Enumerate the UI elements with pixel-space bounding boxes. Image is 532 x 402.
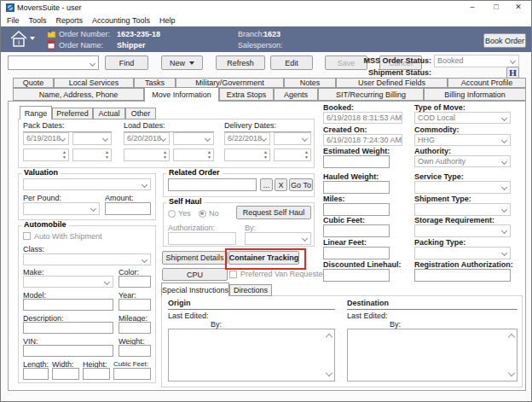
refresh-button[interactable]: Refresh xyxy=(216,55,265,70)
self-haul-no-radio[interactable] xyxy=(199,210,206,218)
shipment-details-button[interactable]: Shipment Details xyxy=(162,251,228,265)
length-field[interactable] xyxy=(23,368,49,380)
preferred-van-checkbox[interactable] xyxy=(229,271,237,278)
make-select[interactable] xyxy=(23,276,113,288)
tab-user-defined-fields[interactable]: User Defined Fields xyxy=(336,78,448,88)
delivery-time-start-spinner[interactable]: ▲▼ xyxy=(224,149,270,161)
delivery-date-start-select[interactable]: 6/22/2018 xyxy=(224,132,270,145)
scroll-down-icon[interactable] xyxy=(326,370,332,376)
load-date-end-select[interactable] xyxy=(173,132,214,145)
cubic-feet-right-field[interactable] xyxy=(323,224,390,237)
scroll-up-icon[interactable] xyxy=(326,334,332,341)
load-time-end-spinner[interactable]: ▲▼ xyxy=(173,149,214,161)
tab-quote[interactable]: Quote xyxy=(13,78,54,88)
auto-with-shipment-checkbox[interactable] xyxy=(23,232,31,240)
pack-time-start-spinner[interactable]: ▲▼ xyxy=(23,149,69,161)
pack-date-end-select[interactable] xyxy=(72,132,112,145)
class-select[interactable] xyxy=(23,253,151,265)
width-field[interactable] xyxy=(52,368,79,380)
menu-help[interactable]: Help xyxy=(159,16,176,25)
color-field[interactable] xyxy=(119,276,151,288)
delivery-time-end-spinner[interactable]: ▲▼ xyxy=(274,149,311,161)
subtab-actual[interactable]: Actual xyxy=(93,108,125,119)
tab-billing-information[interactable]: Billing Information xyxy=(424,88,526,101)
per-pound-select[interactable] xyxy=(23,202,100,215)
valuation-select[interactable] xyxy=(23,178,151,190)
related-order-field[interactable] xyxy=(168,178,257,191)
self-haul-yes-radio[interactable] xyxy=(168,210,176,218)
mileage-field[interactable] xyxy=(119,322,151,334)
mss-order-status-select[interactable]: Booked xyxy=(434,55,519,67)
close-icon[interactable]: ✕ xyxy=(509,2,528,13)
load-time-start-spinner[interactable]: ▲▼ xyxy=(124,149,170,161)
load-date-start-select[interactable]: 6/20/2018 xyxy=(124,132,170,145)
minimize-icon[interactable]: – xyxy=(463,2,482,13)
destination-instructions-textarea[interactable] xyxy=(347,329,518,382)
estimated-weight-field[interactable] xyxy=(323,155,390,168)
auto-with-shipment-label: Auto With Shipment xyxy=(34,232,102,241)
authority-label: Authority: xyxy=(414,147,451,155)
packing-type-label: Packing Type: xyxy=(414,238,466,247)
miles-field[interactable] xyxy=(323,203,390,216)
new-button[interactable]: New xyxy=(161,55,203,70)
order-number-value: 1623-235-18 xyxy=(117,30,160,38)
tab-move-information[interactable]: Move Information xyxy=(144,87,219,102)
home-icon[interactable]: i xyxy=(9,30,38,49)
tab-notes[interactable]: Notes xyxy=(284,78,336,88)
request-self-haul-button[interactable]: Request Self Haul xyxy=(236,206,311,219)
shipment-type-select[interactable] xyxy=(414,203,511,216)
menu-reports[interactable]: Reports xyxy=(56,16,84,25)
book-order-button[interactable]: Book Order xyxy=(483,33,526,48)
height-field[interactable] xyxy=(83,368,110,380)
menu-tools[interactable]: Tools xyxy=(29,16,47,25)
delivery-date-end-select[interactable] xyxy=(274,132,311,145)
packing-type-select[interactable] xyxy=(414,247,511,259)
container-tracking-button[interactable]: Container Tracking xyxy=(228,251,299,265)
scroll-down-icon[interactable] xyxy=(508,370,515,376)
type-of-move-select[interactable]: COD Local xyxy=(414,112,511,124)
edit-button[interactable]: Edit xyxy=(270,55,313,70)
tab-directions[interactable]: Directions xyxy=(229,284,272,296)
commodity-select[interactable]: HHG xyxy=(414,134,511,146)
subtab-range[interactable]: Range xyxy=(20,106,52,119)
pack-time-end-spinner[interactable]: ▲▼ xyxy=(72,149,112,161)
registration-authorization-field[interactable] xyxy=(414,269,511,282)
model-field[interactable] xyxy=(23,299,113,311)
authorization-field[interactable] xyxy=(168,232,236,245)
tab-name-address-phone[interactable]: Name, Address, Phone xyxy=(13,88,144,101)
tab-special-instructions[interactable]: Special Instructions xyxy=(161,283,229,296)
tab-local-services[interactable]: Local Services xyxy=(54,78,134,88)
related-order-browse-button[interactable]: ... xyxy=(260,178,273,191)
subtab-preferred[interactable]: Preferred xyxy=(52,108,93,119)
cpu-button[interactable]: CPU xyxy=(162,268,228,281)
discounted-linehaul-field[interactable] xyxy=(323,269,390,282)
amount-field[interactable] xyxy=(105,202,151,215)
tab-agents[interactable]: Agents xyxy=(274,88,318,101)
maximize-icon[interactable]: □ xyxy=(487,2,506,13)
history-button[interactable]: H xyxy=(506,67,519,79)
origin-instructions-textarea[interactable] xyxy=(168,329,335,382)
service-type-select[interactable] xyxy=(414,181,511,194)
description-field[interactable] xyxy=(23,322,113,334)
by-select[interactable] xyxy=(245,232,311,245)
tab-extra-stops[interactable]: Extra Stops xyxy=(219,88,274,101)
related-order-clear-button[interactable]: X xyxy=(275,178,287,191)
authority-select[interactable]: Own Authority xyxy=(414,155,511,167)
vin-field[interactable] xyxy=(23,345,113,357)
storage-requirement-select[interactable] xyxy=(414,224,511,237)
pack-date-start-select[interactable]: 6/19/2018 xyxy=(23,132,69,145)
search-combobox[interactable] xyxy=(8,55,99,70)
linear-feet-field[interactable] xyxy=(323,247,390,259)
tab-sit-recurring-billing[interactable]: SIT/Recurring Billing xyxy=(318,88,424,101)
scroll-up-icon[interactable] xyxy=(508,334,515,341)
menu-file[interactable]: File xyxy=(7,16,20,25)
subtab-other[interactable]: Other xyxy=(125,108,156,119)
cubic-feet-field[interactable] xyxy=(113,368,151,380)
find-button[interactable]: Find xyxy=(105,55,148,70)
hauled-weight-field[interactable] xyxy=(323,181,390,194)
go-to-button[interactable]: Go To xyxy=(289,178,313,191)
tab-account-profile[interactable]: Account Profile xyxy=(448,78,526,88)
year-field[interactable] xyxy=(119,299,151,311)
menu-accounting-tools[interactable]: Accounting Tools xyxy=(92,16,150,25)
weight-field[interactable] xyxy=(119,345,151,357)
